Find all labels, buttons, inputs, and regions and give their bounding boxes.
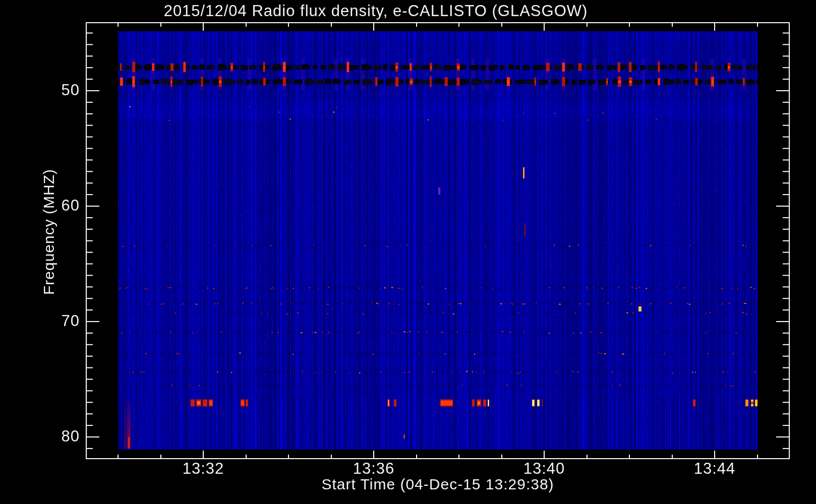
chart-title: 2015/12/04 Radio flux density, e-CALLIST… [164, 2, 588, 20]
spectrogram-figure: 2015/12/04 Radio flux density, e-CALLIST… [0, 0, 816, 504]
y-tick-label-80: 80 [44, 427, 80, 446]
x-tick-label-1336: 13:36 [353, 460, 395, 478]
x-axis-title: Start Time (04-Dec-15 13:29:38) [321, 476, 554, 493]
x-tick-label-1340: 13:40 [523, 460, 565, 478]
spectrogram-plot [0, 0, 816, 504]
y-tick-label-50: 50 [44, 81, 80, 99]
x-tick-label-1332: 13:32 [183, 460, 224, 478]
y-tick-label-70: 70 [44, 312, 80, 330]
x-tick-label-1344: 13:44 [694, 460, 736, 478]
y-axis-title: Frequency (MHZ) [40, 169, 57, 295]
